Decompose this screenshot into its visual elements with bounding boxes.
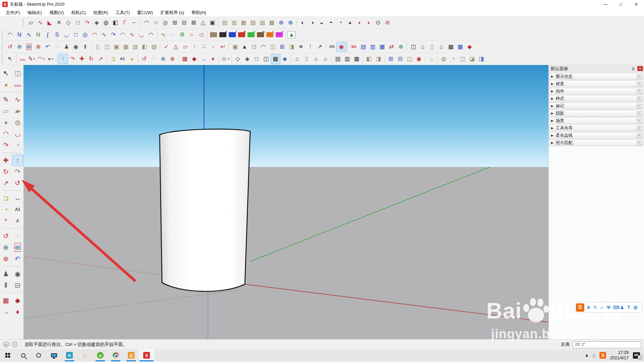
tool-icon[interactable]: ⊠ xyxy=(189,18,198,27)
expand-arrow-icon[interactable]: ▶ xyxy=(551,89,553,93)
tool-icon[interactable]: ▦ xyxy=(377,42,387,52)
tool-icon[interactable]: ⌂ xyxy=(427,54,436,64)
tape-measure-tool[interactable]: ⊐ xyxy=(1,193,11,203)
panel-section-3[interactable]: ▶组件× xyxy=(549,88,643,95)
menu-item-9[interactable]: 帮助(H) xyxy=(188,9,210,16)
tool-icon[interactable]: ▣ xyxy=(208,18,217,27)
window-tool[interactable]: ▣ xyxy=(112,42,121,52)
section-plane-tool[interactable]: ⊟ xyxy=(12,280,23,291)
surface-tool[interactable]: ▱ xyxy=(26,18,36,27)
zoom-tool[interactable]: ⊕ xyxy=(158,54,168,64)
circle-tool[interactable]: ●▼ xyxy=(46,54,55,64)
tool-icon[interactable]: ✕ xyxy=(54,18,64,27)
look-around-tool[interactable]: ◉ xyxy=(12,268,23,279)
pan-tool[interactable]: ☞ xyxy=(149,54,158,64)
extension-tool-3[interactable]: → xyxy=(1,306,11,317)
panel-close-button[interactable]: ✕ xyxy=(637,66,643,71)
tool-icon[interactable]: ◪ xyxy=(467,54,477,64)
tool-icon[interactable]: ▩ xyxy=(446,42,455,52)
tool-icon[interactable]: ◖ xyxy=(355,18,364,27)
tool-icon[interactable]: ↑= xyxy=(218,30,227,40)
expand-arrow-icon[interactable]: ▶ xyxy=(551,97,553,100)
style-shaded-textures[interactable]: ▩ xyxy=(271,54,280,64)
tool-icon[interactable]: ◉ xyxy=(414,54,424,64)
house-tool[interactable]: ⌂ xyxy=(292,54,302,64)
expand-arrow-icon[interactable]: ▶ xyxy=(551,126,553,130)
pin-icon[interactable]: ⚲ xyxy=(631,66,636,71)
tool-icon[interactable]: ◫ xyxy=(458,54,467,64)
expand-arrow-icon[interactable]: ▶ xyxy=(551,104,553,108)
select-tool[interactable]: ↖ xyxy=(1,68,11,78)
dropdown-arrow-icon[interactable]: ▼ xyxy=(43,58,45,60)
tool-icon[interactable]: ◍ xyxy=(101,18,111,27)
zoom-extents-tool[interactable]: ⊕ xyxy=(1,253,11,264)
three-point-arc-tool[interactable]: ↷ xyxy=(1,140,11,150)
tray-chevron-icon[interactable]: ∧ xyxy=(585,353,589,358)
extension-tool-3[interactable]: → xyxy=(199,54,208,64)
cortana-button[interactable] xyxy=(31,349,46,361)
joint-push-pull[interactable]: ↑ xyxy=(209,30,218,40)
tool-icon[interactable]: ↷ xyxy=(83,18,92,27)
ime-pen-icon[interactable]: ✎ xyxy=(593,305,598,310)
tool-icon[interactable]: □ xyxy=(73,18,83,27)
tool-icon[interactable]: ∩ xyxy=(151,18,161,27)
info-icon[interactable]: i xyxy=(12,342,17,347)
tool-icon[interactable]: N xyxy=(15,30,24,40)
tool-icon[interactable]: ⌂ xyxy=(321,54,330,64)
expand-arrow-icon[interactable]: ▶ xyxy=(551,119,553,122)
walk-tool[interactable]: ‖ xyxy=(1,280,11,291)
menu-item-5[interactable]: 绘图(R) xyxy=(90,9,112,16)
tool-icon[interactable]: ⌂ xyxy=(437,42,446,52)
arc-tool[interactable]: ◠▼ xyxy=(37,54,46,64)
expand-arrow-icon[interactable]: ▶ xyxy=(551,75,553,78)
tool-icon[interactable]: ◓ xyxy=(326,18,336,27)
sogou-ime-icon[interactable]: S xyxy=(599,352,606,359)
su-app-extension[interactable]: SU xyxy=(349,42,359,52)
ime-emoji-icon[interactable]: ☺ xyxy=(599,305,604,310)
tool-icon[interactable]: ◫ xyxy=(405,54,414,64)
tool-icon[interactable]: Γ xyxy=(120,18,129,27)
geolocation-icon[interactable]: ◎ xyxy=(3,342,9,347)
scale-tool[interactable]: ↗ xyxy=(1,178,11,188)
tool-icon[interactable]: ▣ xyxy=(230,42,240,52)
text-tool[interactable]: A1 xyxy=(118,54,127,64)
previous-view-tool[interactable]: ↶ xyxy=(43,42,52,52)
tool-icon[interactable]: ▨ xyxy=(149,42,159,52)
orbit-tool[interactable]: ↺ xyxy=(5,42,15,52)
tool-icon[interactable]: ◧ xyxy=(364,54,374,64)
ime-skin-icon[interactable]: T xyxy=(626,305,631,310)
ime-toolbox-icon[interactable]: ⊞ xyxy=(633,305,638,310)
tool-icon[interactable]: ▯ xyxy=(427,42,437,52)
tool-icon[interactable]: ◠ xyxy=(146,30,156,40)
notification-icon[interactable]: 4 xyxy=(633,352,640,359)
menu-item-4[interactable]: 相机(C) xyxy=(67,9,90,16)
menu-item-1[interactable]: 文件(F) xyxy=(2,9,24,16)
two-point-arc-tool[interactable]: ◡ xyxy=(12,128,23,139)
tool-icon[interactable]: ○ xyxy=(187,30,196,40)
tool-icon[interactable]: ↑X xyxy=(265,30,274,40)
desktop-app[interactable] xyxy=(46,349,62,361)
tool-icon[interactable]: △ xyxy=(171,42,180,52)
close-icon[interactable]: × xyxy=(637,89,642,94)
close-button[interactable]: ✕ xyxy=(629,0,644,9)
tool-icon[interactable]: ◡ xyxy=(137,30,146,40)
tool-icon[interactable]: ◁ xyxy=(196,30,206,40)
tool-icon[interactable]: ▥ xyxy=(342,54,352,64)
tool-icon[interactable]: ↗ xyxy=(315,42,324,52)
paint-bucket-tool[interactable]: ◕ xyxy=(127,54,137,64)
tool-icon[interactable]: ⊟ xyxy=(179,18,189,27)
menu-item-3[interactable]: 视图(V) xyxy=(46,9,67,16)
eraser-tool[interactable]: ▬ xyxy=(18,54,27,64)
tool-icon[interactable]: ▦ xyxy=(239,18,248,27)
expand-arrow-icon[interactable]: ▶ xyxy=(551,112,553,115)
extension-tool-4[interactable]: ♦ xyxy=(208,54,218,64)
tool-icon[interactable]: ⊟ xyxy=(395,54,405,64)
panel-section-4[interactable]: ▶样式× xyxy=(549,95,643,102)
panel-section-2[interactable]: ▶材质× xyxy=(549,80,643,87)
style-hidden-line[interactable]: ◫ xyxy=(261,54,271,64)
measurement-input[interactable] xyxy=(573,341,641,348)
panel-section-7[interactable]: ▶场景× xyxy=(549,117,643,124)
tool-icon[interactable]: ◆ xyxy=(465,42,474,52)
tool-icon[interactable]: M xyxy=(296,42,306,52)
menu-item-6[interactable]: 工具(T) xyxy=(112,9,133,16)
